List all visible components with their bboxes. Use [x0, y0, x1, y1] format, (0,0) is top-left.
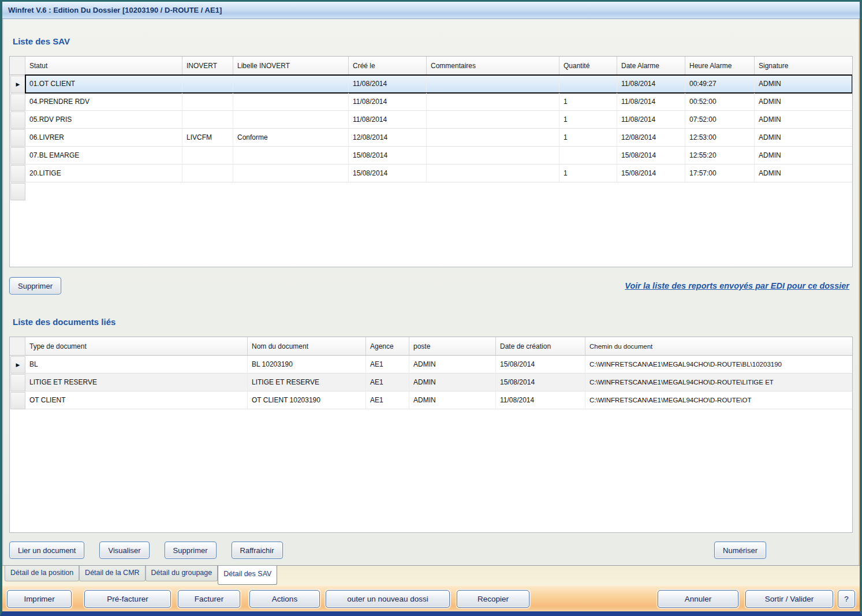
- tab-detail-position[interactable]: Détail de la position: [5, 566, 79, 581]
- cell-inovert: [182, 93, 233, 110]
- cell-date-alarme: 11/08/2014: [617, 75, 685, 92]
- cell-chemin: C:\WINFRETSCAN\AE1\MEGAL94CHO\D-ROUTE\BL…: [585, 356, 852, 373]
- cell-statut: 07.BL EMARGE: [25, 147, 182, 164]
- cell-quantite: [559, 147, 617, 164]
- cell-signature: ADMIN: [755, 147, 852, 164]
- cell-agence: AE1: [366, 374, 409, 391]
- supprimer-sav-button[interactable]: Supprimer: [9, 277, 61, 294]
- pre-facturer-button[interactable]: Pré-facturer: [84, 590, 171, 608]
- sav-table-row[interactable]: ▶ 01.OT CLIENT 11/08/2014 11/08/2014 00:…: [10, 75, 852, 93]
- sav-empty-row: [10, 182, 852, 200]
- cell-nom: BL 10203190: [248, 356, 366, 373]
- sav-table-row[interactable]: 07.BL EMARGE 15/08/2014 15/08/2014 12:55…: [10, 147, 852, 165]
- cell-inovert: LIVCFM: [182, 129, 233, 146]
- help-button[interactable]: ?: [838, 590, 855, 608]
- docs-header-type[interactable]: Type de document: [25, 337, 248, 355]
- row-selector[interactable]: [10, 392, 25, 409]
- cell-commentaires: [427, 129, 559, 146]
- row-selector[interactable]: ▶: [10, 76, 25, 93]
- sortir-valider-button[interactable]: Sortir / Valider: [745, 590, 833, 608]
- cell-inovert: [182, 75, 233, 92]
- cell-nom: LITIGE ET RESERVE: [248, 374, 366, 391]
- cell-statut: 20.LITIGE: [25, 165, 182, 182]
- cell-date-alarme: 12/08/2014: [617, 129, 685, 146]
- facturer-button[interactable]: Facturer: [178, 590, 240, 608]
- cell-cree: 11/08/2014: [349, 111, 427, 128]
- row-selector[interactable]: [10, 183, 25, 200]
- rafraichir-button[interactable]: Raffraichir: [232, 542, 283, 559]
- ajouter-nouveau-dossier-button[interactable]: outer un nouveau dossi: [326, 590, 450, 608]
- cell-cree: 15/08/2014: [349, 165, 427, 182]
- sav-table-row[interactable]: 06.LIVRER LIVCFM Conforme 12/08/2014 1 1…: [10, 129, 852, 147]
- cell-nom: OT CLIENT 10203190: [248, 391, 366, 409]
- numeriser-button[interactable]: Numériser: [714, 542, 766, 559]
- cell-quantite: 1: [559, 129, 617, 146]
- row-selector[interactable]: [10, 129, 25, 147]
- main-content: Liste des SAV Statut INOVERT Libelle INO…: [2, 19, 860, 565]
- cell-date-alarme: 15/08/2014: [617, 165, 685, 182]
- cell-libelle: [233, 147, 349, 164]
- cell-date-alarme: 11/08/2014: [617, 111, 685, 128]
- docs-header-chemin[interactable]: Chemin du document: [585, 337, 852, 355]
- documents-table-row[interactable]: OT CLIENT OT CLIENT 10203190 AE1 ADMIN 1…: [10, 391, 852, 409]
- row-selector[interactable]: [10, 94, 25, 111]
- recopier-button[interactable]: Recopier: [457, 590, 529, 608]
- sav-header-signature[interactable]: Signature: [755, 57, 852, 74]
- cell-type: OT CLIENT: [25, 391, 248, 409]
- cell-heure-alarme: 12:53:00: [685, 129, 755, 146]
- detail-tabstrip: Détail de la position Détail de la CMR D…: [2, 565, 860, 586]
- row-selector[interactable]: ▶: [10, 356, 25, 374]
- edi-reports-link[interactable]: Voir la liste des reports envoyés par ED…: [625, 281, 849, 290]
- docs-header-date[interactable]: Date de création: [496, 337, 585, 355]
- sav-table-row[interactable]: 05.RDV PRIS 11/08/2014 1 11/08/2014 07:5…: [10, 111, 852, 129]
- cell-type: BL: [25, 356, 248, 373]
- docs-header-agence[interactable]: Agence: [366, 337, 409, 355]
- imprimer-button[interactable]: Imprimer: [7, 590, 72, 608]
- documents-table-row[interactable]: ▶ BL BL 10203190 AE1 ADMIN 15/08/2014 C:…: [10, 356, 852, 374]
- cell-quantite: 1: [559, 111, 617, 128]
- docs-header-nom[interactable]: Nom du document: [248, 337, 366, 355]
- sav-header-heure-alarme[interactable]: Heure Alarme: [685, 57, 755, 74]
- documents-buttons-row: Lier un document Visualiser Supprimer Ra…: [9, 541, 853, 559]
- supprimer-document-button[interactable]: Supprimer: [165, 542, 217, 559]
- documents-table-header: Type de document Nom du document Agence …: [10, 337, 852, 356]
- sav-table-row[interactable]: 20.LITIGE 15/08/2014 1 15/08/2014 17:57:…: [10, 165, 852, 182]
- sav-header-cree-le[interactable]: Créé le: [349, 57, 427, 74]
- cell-signature: ADMIN: [755, 129, 852, 146]
- cell-cree: 12/08/2014: [349, 129, 427, 146]
- cell-chemin: C:\WINFRETSCAN\AE1\MEGAL94CHO\D-ROUTE\OT: [585, 391, 852, 409]
- cell-heure-alarme: 00:52:00: [685, 93, 755, 110]
- tab-detail-cmr[interactable]: Détail de la CMR: [79, 566, 145, 581]
- visualiser-button[interactable]: Visualiser: [99, 542, 149, 559]
- row-selector[interactable]: [10, 147, 25, 165]
- sav-table: Statut INOVERT Libelle INOVERT Créé le C…: [9, 56, 853, 267]
- row-selector[interactable]: [10, 111, 25, 129]
- sav-header-inovert[interactable]: INOVERT: [182, 57, 233, 74]
- actions-button[interactable]: Actions: [249, 590, 320, 608]
- docs-header-poste[interactable]: poste: [409, 337, 496, 355]
- application-window: Winfret V.6 : Edition Du Dossier [102031…: [0, 0, 862, 616]
- cell-inovert: [182, 165, 233, 182]
- documents-table-row[interactable]: LITIGE ET RESERVE LITIGE ET RESERVE AE1 …: [10, 374, 852, 391]
- window-title: Winfret V.6 : Edition Du Dossier [102031…: [8, 6, 222, 14]
- sav-header-libelle[interactable]: Libelle INOVERT: [233, 57, 349, 74]
- row-selector[interactable]: [10, 374, 25, 391]
- sav-header-commentaires[interactable]: Commentaires: [427, 57, 559, 74]
- tab-detail-sav[interactable]: Détail des SAV: [218, 566, 277, 585]
- cell-quantite: [559, 75, 617, 92]
- row-selector[interactable]: [10, 165, 25, 182]
- cell-heure-alarme: 00:49:27: [685, 75, 755, 92]
- annuler-button[interactable]: Annuler: [658, 590, 738, 608]
- cell-date-alarme: 15/08/2014: [617, 147, 685, 164]
- cell-libelle: [233, 93, 349, 110]
- sav-header-quantite[interactable]: Quantité: [559, 57, 617, 74]
- tab-detail-groupage[interactable]: Détail du groupage: [145, 566, 218, 581]
- sav-header-statut[interactable]: Statut: [25, 57, 182, 74]
- sav-header-selector: [10, 57, 25, 74]
- cell-libelle: [233, 75, 349, 92]
- lier-document-button[interactable]: Lier un document: [9, 542, 84, 559]
- docs-header-selector: [10, 337, 25, 355]
- sav-table-row[interactable]: 04.PRENDRE RDV 11/08/2014 1 11/08/2014 0…: [10, 93, 852, 111]
- cell-libelle: [233, 165, 349, 182]
- sav-header-date-alarme[interactable]: Date Alarme: [617, 57, 685, 74]
